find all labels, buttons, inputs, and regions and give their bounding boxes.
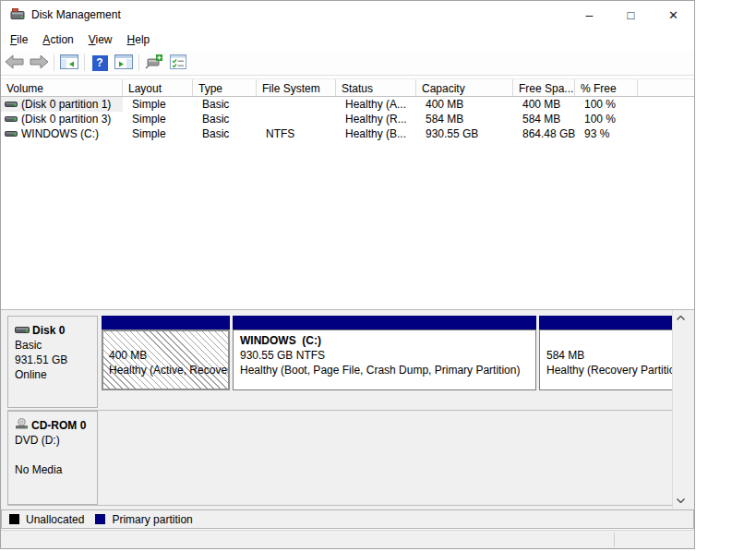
volume-cell: WINDOWS (C:) [1, 126, 123, 141]
menu-help[interactable]: Help [120, 30, 158, 49]
back-button[interactable] [3, 53, 27, 73]
partition-size: 584 MB [546, 348, 677, 363]
forward-arrow-icon [29, 54, 49, 72]
legend-primary-partition: Primary partition [95, 513, 192, 526]
device-rescan-icon [145, 54, 163, 72]
partition-health: Healthy (Active, Recovery Partition) [109, 363, 228, 377]
volume-list: Volume Layout Type File System Status Ca… [1, 77, 694, 308]
help-button[interactable]: ? [88, 53, 112, 73]
status-cell: Healthy (B... [336, 127, 416, 140]
minimize-button[interactable]: – [569, 1, 610, 29]
partition-block-windows-c[interactable]: WINDOWS (C:) 930.55 GB NTFS Healthy (Boo… [233, 316, 536, 390]
type-cell: Basic [193, 113, 257, 126]
disk-management-window: Disk Management – □ ✕ File Action View H… [0, 0, 695, 549]
column-header-percent-free[interactable]: % Free [575, 79, 638, 96]
cdrom-name: CD-ROM 0 [31, 418, 86, 433]
column-header-capacity[interactable]: Capacity [416, 79, 513, 96]
titlebar[interactable]: Disk Management – □ ✕ [1, 1, 694, 29]
disk-size: 931.51 GB [15, 353, 97, 367]
volume-name: (Disk 0 partition 3) [21, 113, 111, 126]
unallocated-swatch [9, 514, 19, 524]
free-space-cell: 400 MB [513, 98, 575, 111]
disk-row-divider [7, 505, 678, 506]
properties-button[interactable] [166, 53, 190, 73]
column-header-free-space[interactable]: Free Spa... [513, 79, 575, 96]
layout-cell: Simple [123, 98, 193, 111]
show-console-tree-button[interactable] [57, 53, 81, 73]
volume-cell: (Disk 0 partition 1) [1, 97, 123, 112]
layout-cell: Simple [123, 127, 193, 140]
legend-bar: Unallocated Primary partition [1, 509, 694, 529]
volume-icon [5, 127, 18, 140]
scroll-down-arrow[interactable] [673, 493, 688, 509]
volume-icon [5, 113, 18, 126]
toolbar-separator [138, 54, 139, 71]
partition-size: 930.55 GB NTFS [240, 348, 535, 363]
menu-file[interactable]: File [3, 30, 35, 49]
vertical-scrollbar[interactable] [672, 310, 688, 509]
capacity-cell: 584 MB [416, 113, 513, 126]
free-space-cell: 864.48 GB [513, 127, 575, 140]
maximize-button[interactable]: □ [610, 1, 652, 29]
disk-management-app-icon [10, 7, 25, 25]
column-header-file-system[interactable]: File System [257, 79, 336, 96]
disk-row-divider [7, 410, 678, 411]
graphical-view: Disk 0 Basic 931.51 GB Online 400 MB Hea… [1, 309, 694, 509]
free-space-cell: 584 MB [513, 113, 575, 126]
primary-partition-bar [233, 316, 536, 329]
console-tree-icon [60, 54, 78, 72]
volume-icon [5, 98, 18, 111]
toolbar: ? [1, 51, 694, 76]
volume-name: (Disk 0 partition 1) [21, 98, 111, 111]
legend-label: Primary partition [112, 513, 192, 526]
window-title: Disk Management [31, 8, 121, 21]
menu-view[interactable]: View [81, 30, 120, 49]
percent-free-cell: 100 % [575, 98, 638, 111]
cdrom0-info-panel[interactable]: CD-ROM 0 DVD (D:) No Media [7, 411, 98, 505]
capacity-cell: 400 MB [416, 98, 513, 111]
volume-list-header: Volume Layout Type File System Status Ca… [1, 78, 694, 97]
status-cell: Healthy (R... [336, 113, 416, 126]
layout-cell: Simple [123, 113, 193, 126]
close-button[interactable]: ✕ [653, 1, 694, 29]
percent-free-cell: 100 % [575, 113, 638, 126]
volume-row-disk0-partition3[interactable]: (Disk 0 partition 3) Simple Basic Health… [1, 112, 694, 126]
menubar: File Action View Help [1, 29, 694, 51]
disk0-info-panel[interactable]: Disk 0 Basic 931.51 GB Online [7, 316, 98, 408]
percent-free-cell: 93 % [575, 127, 638, 140]
menu-action[interactable]: Action [35, 30, 80, 49]
checklist-icon [170, 54, 186, 72]
device-rescan-button[interactable] [142, 53, 166, 73]
disk-name: Disk 0 [32, 323, 65, 338]
partition-size: 400 MB [109, 348, 228, 363]
file-system-cell: NTFS [257, 127, 336, 140]
type-cell: Basic [193, 98, 257, 111]
column-header-layout[interactable]: Layout [123, 79, 193, 96]
partition-title [546, 333, 677, 348]
status-bar [1, 530, 694, 548]
disk-status: Online [15, 367, 97, 382]
partition-title [109, 333, 228, 348]
action-pane-icon [114, 54, 133, 72]
volume-row-windows-c[interactable]: WINDOWS (C:) Simple Basic NTFS Healthy (… [1, 126, 694, 141]
status-cell: Healthy (A... [336, 98, 416, 111]
show-action-pane-button[interactable] [112, 53, 136, 73]
primary-partition-bar [102, 316, 230, 329]
column-header-volume[interactable]: Volume [1, 79, 123, 96]
volume-row-disk0-partition1[interactable]: (Disk 0 partition 1) Simple Basic Health… [1, 97, 694, 112]
scroll-up-arrow[interactable] [673, 310, 688, 326]
column-header-filler [638, 79, 694, 96]
legend-label: Unallocated [26, 513, 84, 526]
partition-block-3[interactable]: 584 MB Healthy (Recovery Partition) [539, 316, 678, 390]
legend-unallocated: Unallocated [9, 513, 84, 526]
cdrom-status: No Media [15, 462, 97, 477]
forward-button[interactable] [27, 53, 51, 73]
cdrom-type: DVD (D:) [15, 433, 97, 448]
partition-health: Healthy (Boot, Page File, Crash Dump, Pr… [240, 363, 535, 377]
column-header-type[interactable]: Type [193, 79, 257, 96]
disk-icon [15, 323, 30, 338]
partition-block-1[interactable]: 400 MB Healthy (Active, Recovery Partiti… [102, 316, 230, 390]
column-header-status[interactable]: Status [336, 79, 416, 96]
volume-name: WINDOWS (C:) [21, 127, 99, 140]
status-bar-divider [614, 533, 615, 547]
